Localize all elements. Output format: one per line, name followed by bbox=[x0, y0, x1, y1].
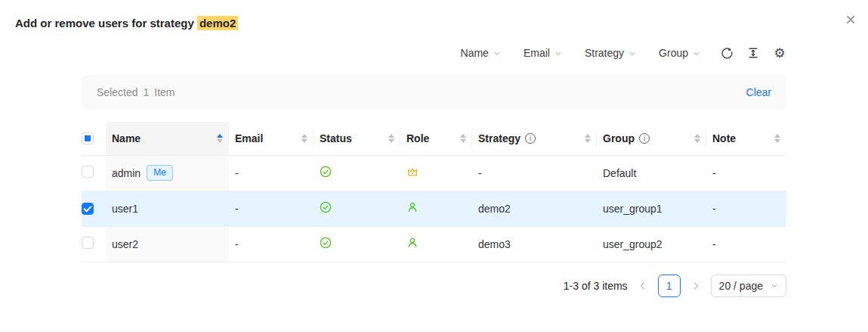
table-row: user2 - demo3 user_group2 - bbox=[82, 226, 786, 262]
chevron-down-icon bbox=[771, 282, 778, 290]
sort-icon bbox=[579, 134, 591, 143]
table-row-selected: user1 - demo2 user_group1 - bbox=[82, 191, 786, 226]
item-label: Item bbox=[154, 86, 175, 98]
users-table: Name Email Status bbox=[82, 122, 786, 262]
column-label: Group bbox=[603, 132, 635, 144]
name-cell: admin Me bbox=[106, 155, 229, 191]
column-label: Status bbox=[320, 132, 352, 144]
modal-header: Add or remove users for strategy demo2 × bbox=[0, 0, 868, 29]
chevron-down-icon bbox=[629, 50, 636, 57]
note-cell: - bbox=[706, 226, 786, 262]
row-checkbox-cell bbox=[82, 226, 106, 262]
page-number-button[interactable]: 1 bbox=[658, 275, 681, 297]
refresh-icon[interactable] bbox=[720, 46, 734, 60]
row-checkbox[interactable] bbox=[82, 237, 94, 249]
sort-icon bbox=[295, 134, 307, 143]
email-cell: - bbox=[229, 155, 314, 191]
user-name: user2 bbox=[112, 238, 138, 250]
chevron-down-icon bbox=[493, 50, 501, 57]
page-size-value: 20 / page bbox=[719, 280, 763, 292]
column-label: Name bbox=[112, 132, 141, 144]
me-badge: Me bbox=[147, 165, 173, 181]
strategy-cell: demo3 bbox=[472, 226, 597, 262]
select-all-checkbox[interactable] bbox=[82, 132, 94, 144]
role-cell bbox=[400, 226, 472, 262]
row-checkbox-cell bbox=[82, 155, 106, 191]
next-page-icon[interactable] bbox=[691, 281, 700, 290]
check-circle-icon bbox=[320, 166, 332, 178]
row-checkbox[interactable] bbox=[82, 166, 94, 178]
filter-group: Name Email Strategy Group bbox=[461, 47, 700, 59]
chevron-down-icon bbox=[693, 50, 700, 57]
row-checkbox[interactable] bbox=[82, 203, 94, 215]
filter-email-label: Email bbox=[524, 47, 550, 59]
table-toolbar: Name Email Strategy Group ⚙ bbox=[82, 46, 786, 60]
column-header-email[interactable]: Email bbox=[229, 122, 314, 155]
filter-strategy[interactable]: Strategy bbox=[585, 47, 636, 59]
status-cell bbox=[314, 226, 400, 262]
column-height-icon[interactable] bbox=[746, 46, 760, 60]
column-header-status[interactable]: Status bbox=[314, 122, 400, 155]
strategy-cell: - bbox=[472, 155, 597, 191]
strategy-cell: demo2 bbox=[472, 191, 597, 226]
filter-group[interactable]: Group bbox=[659, 47, 700, 59]
group-cell: user_group2 bbox=[597, 226, 706, 262]
check-circle-icon bbox=[320, 201, 332, 213]
settings-icon[interactable]: ⚙ bbox=[773, 46, 786, 60]
user-icon bbox=[406, 201, 419, 213]
clear-selection-link[interactable]: Clear bbox=[746, 86, 771, 98]
info-icon: i bbox=[525, 133, 536, 144]
title-text: Add or remove users for strategy bbox=[15, 17, 197, 29]
header-checkbox-cell bbox=[82, 122, 106, 155]
pagination: 1-3 of 3 items 1 20 / page bbox=[82, 275, 786, 297]
status-cell bbox=[314, 155, 400, 191]
page-title: Add or remove users for strategy demo2 bbox=[15, 17, 853, 29]
column-label: Role bbox=[406, 132, 429, 144]
admin-crown-icon bbox=[406, 166, 419, 178]
sort-icon bbox=[688, 134, 700, 143]
column-header-strategy[interactable]: Strategy i bbox=[472, 122, 597, 155]
group-cell: user_group1 bbox=[597, 191, 706, 226]
role-cell bbox=[400, 191, 472, 226]
status-cell bbox=[314, 191, 400, 226]
strategy-name-highlight: demo2 bbox=[197, 16, 238, 30]
sort-icon bbox=[454, 134, 466, 143]
column-label: Email bbox=[235, 132, 263, 144]
name-cell: user2 bbox=[106, 226, 229, 262]
sort-icon bbox=[768, 134, 780, 143]
column-label: Strategy bbox=[478, 132, 520, 144]
column-header-name[interactable]: Name bbox=[106, 122, 229, 155]
sort-icon bbox=[382, 134, 394, 143]
user-name: admin bbox=[112, 167, 141, 179]
pagination-total: 1-3 of 3 items bbox=[564, 280, 628, 292]
selected-count: 1 bbox=[143, 86, 149, 98]
close-icon[interactable]: × bbox=[845, 11, 856, 29]
email-cell: - bbox=[229, 191, 314, 226]
email-cell: - bbox=[229, 226, 314, 262]
table-row: admin Me - - Default - bbox=[82, 155, 786, 191]
column-header-note[interactable]: Note bbox=[706, 122, 786, 155]
user-icon bbox=[406, 237, 419, 249]
name-cell: user1 bbox=[106, 191, 229, 226]
column-label: Note bbox=[712, 132, 736, 144]
filter-email[interactable]: Email bbox=[524, 47, 562, 59]
prev-page-icon[interactable] bbox=[638, 281, 647, 290]
filter-name-label: Name bbox=[461, 47, 489, 59]
column-header-group[interactable]: Group i bbox=[597, 122, 706, 155]
column-header-role[interactable]: Role bbox=[400, 122, 472, 155]
check-circle-icon bbox=[320, 237, 332, 249]
sort-icon bbox=[211, 134, 223, 143]
chevron-down-icon bbox=[554, 50, 562, 57]
page-size-select[interactable]: 20 / page bbox=[711, 275, 786, 297]
selected-label: Selected bbox=[97, 86, 137, 98]
filter-strategy-label: Strategy bbox=[585, 47, 624, 59]
role-cell bbox=[400, 155, 472, 191]
filter-name[interactable]: Name bbox=[461, 47, 501, 59]
row-checkbox-cell bbox=[82, 191, 106, 226]
user-name: user1 bbox=[112, 203, 138, 215]
note-cell: - bbox=[706, 191, 786, 226]
toolbar-icons: ⚙ bbox=[720, 46, 786, 60]
selection-summary: Selected 1 Item bbox=[97, 86, 175, 98]
filter-group-label: Group bbox=[659, 47, 688, 59]
info-icon: i bbox=[639, 133, 650, 144]
